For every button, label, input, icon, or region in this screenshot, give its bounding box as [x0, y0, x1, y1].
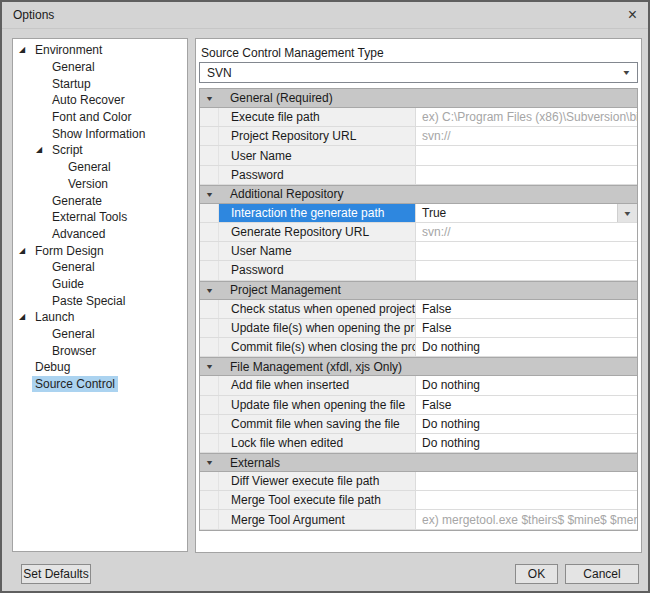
- property-value-field[interactable]: False: [416, 396, 637, 414]
- sidebar-item-external-tools[interactable]: External Tools: [13, 209, 187, 226]
- collapse-triangle-icon[interactable]: ▼: [204, 191, 213, 198]
- property-row-diff-viewer-execute-file-path[interactable]: Diff Viewer execute file path: [200, 472, 637, 491]
- property-name: Password: [219, 261, 416, 279]
- property-row-execute-file-path[interactable]: Execute file pathex) C:\Program Files (x…: [200, 108, 637, 127]
- property-row-update-file-s-when-opening-the-project[interactable]: Update file(s) when opening the projectF…: [200, 319, 637, 338]
- property-value-text: False: [422, 321, 451, 335]
- sidebar-item-font-and-color[interactable]: Font and Color: [13, 109, 187, 126]
- group-header-project-management[interactable]: ▼Project Management: [200, 281, 637, 300]
- tree-item-label: Browser: [49, 343, 99, 359]
- tree-expanded-triangle-icon[interactable]: ◢: [36, 146, 49, 154]
- property-value-field[interactable]: Do nothing: [416, 338, 637, 356]
- tree-expanded-triangle-icon[interactable]: ◢: [19, 313, 32, 321]
- sidebar-item-startup[interactable]: Startup: [13, 75, 187, 92]
- sidebar-item-advanced[interactable]: Advanced: [13, 226, 187, 243]
- sidebar-item-launch[interactable]: ◢Launch: [13, 309, 187, 326]
- group-header-file-management-xfdl-xjs-only[interactable]: ▼File Management (xfdl, xjs Only): [200, 357, 637, 376]
- tree-item-label: Paste Special: [49, 293, 128, 309]
- property-value-placeholder: ex) C:\Program Files (x86)\Subversion\bi…: [422, 110, 637, 124]
- property-name: User Name: [219, 242, 416, 260]
- collapse-triangle-icon[interactable]: ▼: [204, 287, 213, 294]
- titlebar[interactable]: Options ×: [2, 2, 648, 29]
- tree-item-label: Advanced: [49, 226, 108, 242]
- property-value-field[interactable]: svn://: [416, 223, 637, 241]
- sidebar-item-auto-recover[interactable]: Auto Recover: [13, 92, 187, 109]
- property-name: Project Repository URL: [219, 127, 416, 145]
- property-value-field[interactable]: False: [416, 300, 637, 318]
- property-row-commit-file-when-saving-the-file[interactable]: Commit file when saving the fileDo nothi…: [200, 415, 637, 434]
- row-gutter: [200, 146, 219, 164]
- group-header-additional-repository[interactable]: ▼Additional Repository: [200, 185, 637, 204]
- property-row-password[interactable]: Password: [200, 166, 637, 185]
- row-gutter: [200, 376, 219, 394]
- property-value-field[interactable]: Do nothing: [416, 415, 637, 433]
- property-name: Check status when opened project: [219, 300, 416, 318]
- sidebar-item-browser[interactable]: Browser: [13, 342, 187, 359]
- sidebar-item-guide[interactable]: Guide: [13, 276, 187, 293]
- sidebar-item-script[interactable]: ◢Script: [13, 142, 187, 159]
- sidebar-item-show-information[interactable]: Show Information: [13, 125, 187, 142]
- chevron-down-icon: ▼: [623, 210, 633, 217]
- property-value-field[interactable]: [416, 472, 637, 490]
- sidebar-item-source-control[interactable]: Source Control: [13, 376, 187, 393]
- group-header-externals[interactable]: ▼Externals: [200, 453, 637, 472]
- sidebar-item-debug[interactable]: Debug: [13, 359, 187, 376]
- value-dropdown-button[interactable]: ▼: [617, 204, 637, 222]
- property-value-field[interactable]: svn://: [416, 127, 637, 145]
- close-icon[interactable]: ×: [628, 7, 637, 23]
- sidebar-item-general[interactable]: General: [13, 159, 187, 176]
- property-row-generate-repository-url[interactable]: Generate Repository URLsvn://: [200, 223, 637, 242]
- property-row-update-file-when-opening-the-file[interactable]: Update file when opening the fileFalse: [200, 396, 637, 415]
- property-value-field[interactable]: ex) mergetool.exe $theirs$ $mine$ $merge…: [416, 510, 637, 528]
- sidebar-item-version[interactable]: Version: [13, 176, 187, 193]
- group-header-general-required[interactable]: ▼General (Required): [200, 89, 637, 108]
- tree-expanded-triangle-icon[interactable]: ◢: [19, 247, 32, 255]
- property-row-user-name[interactable]: User Name: [200, 242, 637, 261]
- row-gutter: [200, 396, 219, 414]
- property-value-placeholder: svn://: [422, 225, 451, 239]
- property-row-interaction-the-generate-path[interactable]: Interaction the generate pathTrue▼: [200, 204, 637, 223]
- sidebar-item-form-design[interactable]: ◢Form Design: [13, 242, 187, 259]
- scm-type-select[interactable]: SVN ▼: [199, 62, 638, 83]
- tree-item-label: Source Control: [32, 376, 118, 392]
- property-name: Merge Tool Argument: [219, 510, 416, 528]
- collapse-triangle-icon[interactable]: ▼: [204, 459, 213, 466]
- property-value-field[interactable]: Do nothing: [416, 434, 637, 452]
- property-row-commit-file-s-when-closing-the-project[interactable]: Commit file(s) when closing the projectD…: [200, 338, 637, 357]
- tree-item-label: Launch: [32, 309, 77, 325]
- property-row-lock-file-when-edited[interactable]: Lock file when editedDo nothing: [200, 434, 637, 453]
- property-value-field[interactable]: False: [416, 319, 637, 337]
- property-value-field[interactable]: [416, 491, 637, 509]
- property-grid: ▼General (Required)Execute file pathex) …: [199, 88, 638, 531]
- property-value-field[interactable]: Do nothing: [416, 376, 637, 394]
- sidebar-item-paste-special[interactable]: Paste Special: [13, 292, 187, 309]
- sidebar-item-general[interactable]: General: [13, 259, 187, 276]
- sidebar-item-general[interactable]: General: [13, 326, 187, 343]
- sidebar-item-generate[interactable]: Generate: [13, 192, 187, 209]
- ok-button[interactable]: OK: [515, 564, 558, 584]
- property-value-field[interactable]: [416, 146, 637, 164]
- property-row-project-repository-url[interactable]: Project Repository URLsvn://: [200, 127, 637, 146]
- property-value-text: False: [422, 302, 451, 316]
- property-value-field[interactable]: [416, 261, 637, 279]
- property-row-merge-tool-argument[interactable]: Merge Tool Argumentex) mergetool.exe $th…: [200, 510, 637, 529]
- property-name: Lock file when edited: [219, 434, 416, 452]
- collapse-triangle-icon[interactable]: ▼: [204, 95, 213, 102]
- property-value-field[interactable]: [416, 242, 637, 260]
- tree-expanded-triangle-icon[interactable]: ◢: [19, 46, 32, 54]
- property-value-field[interactable]: [416, 166, 637, 184]
- tree-item-label: Auto Recover: [49, 92, 128, 108]
- collapse-triangle-icon[interactable]: ▼: [204, 363, 213, 370]
- row-gutter: [200, 472, 219, 490]
- property-row-add-file-when-inserted[interactable]: Add file when insertedDo nothing: [200, 376, 637, 395]
- sidebar-item-environment[interactable]: ◢Environment: [13, 42, 187, 59]
- property-row-password[interactable]: Password: [200, 261, 637, 280]
- property-row-user-name[interactable]: User Name: [200, 146, 637, 165]
- set-defaults-button[interactable]: Set Defaults: [21, 564, 91, 584]
- cancel-button[interactable]: Cancel: [565, 564, 639, 584]
- property-value-field[interactable]: ex) C:\Program Files (x86)\Subversion\bi…: [416, 108, 637, 126]
- sidebar-item-general[interactable]: General: [13, 59, 187, 76]
- property-row-check-status-when-opened-project[interactable]: Check status when opened projectFalse: [200, 300, 637, 319]
- property-row-merge-tool-execute-file-path[interactable]: Merge Tool execute file path: [200, 491, 637, 510]
- property-value-field[interactable]: True▼: [416, 204, 637, 222]
